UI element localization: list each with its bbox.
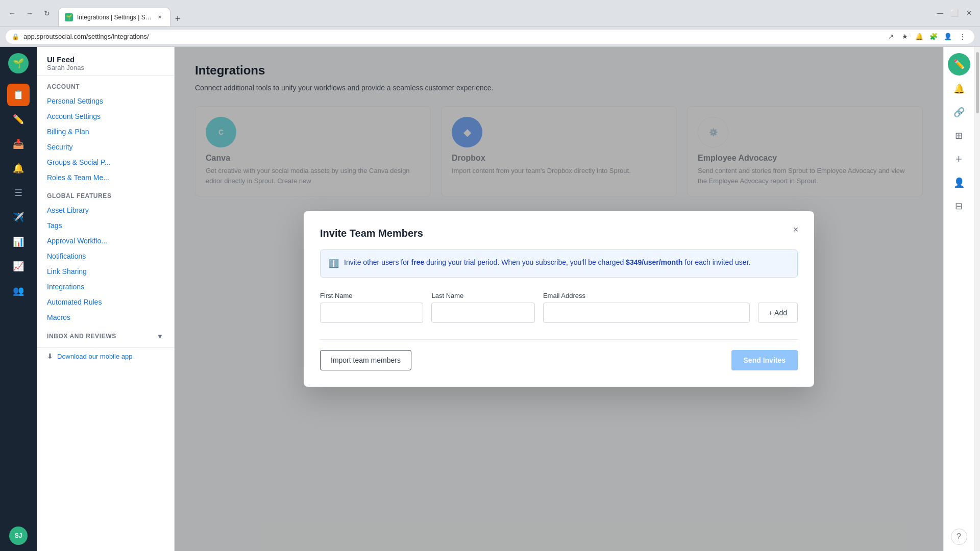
address-bar-row: 🔒 app.sproutsocial.com/settings/integrat… — [0, 27, 980, 47]
sidebar-item-integrations[interactable]: Integrations — [37, 279, 174, 294]
sidebar-item-reports[interactable]: 📈 — [7, 255, 30, 278]
last-name-input[interactable] — [431, 303, 534, 323]
sidebar-item-link-sharing[interactable]: Link Sharing — [37, 264, 174, 279]
main-scrollbar[interactable] — [974, 47, 980, 551]
first-name-input[interactable] — [320, 303, 423, 323]
app-logo[interactable]: 🌱 — [8, 53, 29, 73]
sidebar-item-billing[interactable]: Billing & Plan — [37, 124, 174, 139]
compose-right-icon[interactable]: ✏️ — [948, 53, 970, 76]
plus-right-icon[interactable]: + — [949, 149, 969, 169]
tab-bar: 🌱 Integrations | Settings | Sprout S... … — [58, 0, 930, 26]
close-browser-button[interactable]: ✕ — [963, 7, 975, 19]
add-button[interactable]: + Add — [758, 303, 798, 323]
last-name-label: Last Name — [431, 292, 534, 299]
minimize-button[interactable]: — — [934, 7, 946, 19]
back-button[interactable]: ← — [5, 6, 19, 20]
sidebar-item-menu[interactable]: ☰ — [7, 182, 30, 204]
sidebar-item-asset-library[interactable]: Asset Library — [37, 203, 174, 218]
invite-form: First Name Last Name Email Address + Add — [320, 292, 798, 323]
browser-controls: ← → ↻ — [5, 6, 54, 20]
modal-footer: Import team members Send Invites — [320, 339, 798, 370]
modal-close-button[interactable]: × — [788, 221, 804, 238]
extensions-icon[interactable]: 🧩 — [927, 31, 940, 43]
email-input[interactable] — [543, 303, 750, 323]
icon-bar: 🌱 📋 ✏️ 📥 🔔 ☰ ✈️ 📊 📈 👥 SJ — [0, 47, 37, 551]
table-right-icon[interactable]: ⊟ — [949, 196, 969, 216]
link-right-icon[interactable]: 🔗 — [949, 102, 969, 122]
sidebar-item-send[interactable]: ✈️ — [7, 206, 30, 229]
info-banner: ℹ️ Invite other users for free during yo… — [320, 249, 798, 278]
invite-team-members-modal: Invite Team Members × ℹ️ Invite other us… — [304, 211, 814, 387]
section-global: Global Features — [37, 185, 174, 203]
app-layout: 🌱 📋 ✏️ 📥 🔔 ☰ ✈️ 📊 📈 👥 SJ UI Feed Sarah J… — [0, 47, 980, 551]
first-name-label: First Name — [320, 292, 423, 299]
bookmark-icon[interactable]: ★ — [899, 31, 911, 43]
first-name-field-group: First Name — [320, 292, 423, 323]
email-field-group: Email Address — [543, 292, 750, 323]
sidebar-item-personal-settings[interactable]: Personal Settings — [37, 93, 174, 109]
sidebar-item-notifications[interactable]: Notifications — [37, 248, 174, 264]
info-text: Invite other users for free during your … — [344, 257, 750, 268]
sidebar-item-groups[interactable]: Groups & Social P... — [37, 155, 174, 170]
import-team-members-button[interactable]: Import team members — [320, 350, 411, 370]
section-account: Account — [37, 76, 174, 93]
profile-icon[interactable]: 👤 — [942, 31, 954, 43]
sidebar-header: UI Feed Sarah Jonas — [37, 47, 174, 76]
help-right-icon[interactable]: ? — [951, 529, 967, 545]
sidebar-item-feed[interactable]: 📋 — [7, 84, 30, 106]
sidebar-item-analytics[interactable]: 📊 — [7, 231, 30, 253]
main-content: Integrations Connect additional tools to… — [175, 47, 943, 551]
modal-title: Invite Team Members — [320, 228, 798, 239]
scrollbar-thumb[interactable] — [976, 52, 979, 113]
download-mobile-app-link[interactable]: Download our mobile app — [57, 353, 132, 360]
sidebar-item-compose[interactable]: ✏️ — [7, 108, 30, 131]
sidebar-item-tags[interactable]: Tags — [37, 218, 174, 233]
browser-chrome: ← → ↻ 🌱 Integrations | Settings | Sprout… — [0, 0, 980, 27]
sidebar-item-automated-rules[interactable]: Automated Rules — [37, 294, 174, 310]
grid-right-icon[interactable]: ⊞ — [949, 126, 969, 146]
maximize-button[interactable]: ⬜ — [948, 7, 961, 19]
sidebar-item-inbox[interactable]: 📥 — [7, 133, 30, 155]
refresh-button[interactable]: ↻ — [40, 6, 54, 20]
address-bar[interactable]: 🔒 app.sproutsocial.com/settings/integrat… — [5, 29, 975, 44]
bell-right-icon[interactable]: 🔔 — [949, 79, 969, 99]
send-invites-button[interactable]: Send Invites — [731, 350, 798, 370]
modal-overlay: Invite Team Members × ℹ️ Invite other us… — [175, 47, 943, 551]
tab-title: Integrations | Settings | Sprout S... — [77, 14, 152, 21]
download-icon: ⬇ — [47, 352, 53, 360]
tab-favicon: 🌱 — [65, 13, 73, 21]
account-name: UI Feed — [47, 55, 164, 64]
user-right-icon[interactable]: 👤 — [949, 172, 969, 193]
sidebar-item-security[interactable]: Security — [37, 139, 174, 155]
account-user: Sarah Jonas — [47, 64, 164, 71]
new-tab-button[interactable]: + — [170, 12, 185, 26]
sidebar-item-macros[interactable]: Macros — [37, 310, 174, 325]
sidebar-item-account-settings[interactable]: Account Settings — [37, 109, 174, 124]
url-text: app.sproutsocial.com/settings/integratio… — [23, 33, 149, 40]
right-panel: ✏️ 🔔 🔗 ⊞ + 👤 ⊟ ? — [943, 47, 974, 551]
forward-button[interactable]: → — [22, 6, 37, 20]
user-avatar[interactable]: SJ — [9, 527, 28, 545]
menu-dots-icon[interactable]: ⋮ — [956, 31, 968, 43]
sidebar-item-notifications[interactable]: 🔔 — [7, 157, 30, 180]
sidebar-item-team[interactable]: 👥 — [7, 280, 30, 302]
sidebar: UI Feed Sarah Jonas Account Personal Set… — [37, 47, 175, 551]
share-icon[interactable]: ↗ — [885, 31, 897, 43]
tab-close-button[interactable]: ✕ — [156, 13, 164, 21]
last-name-field-group: Last Name — [431, 292, 534, 323]
active-tab[interactable]: 🌱 Integrations | Settings | Sprout S... … — [58, 8, 170, 26]
sidebar-item-approval-workflows[interactable]: Approval Workflo... — [37, 233, 174, 248]
email-label: Email Address — [543, 292, 750, 299]
address-bar-icons: ↗ ★ 🔔 🧩 👤 ⋮ — [885, 31, 968, 43]
info-icon: ℹ️ — [329, 258, 339, 270]
sidebar-item-roles[interactable]: Roles & Team Me... — [37, 170, 174, 185]
section-inbox: Inbox and Reviews ▼ — [37, 325, 174, 343]
notification-bell-icon[interactable]: 🔔 — [913, 31, 925, 43]
